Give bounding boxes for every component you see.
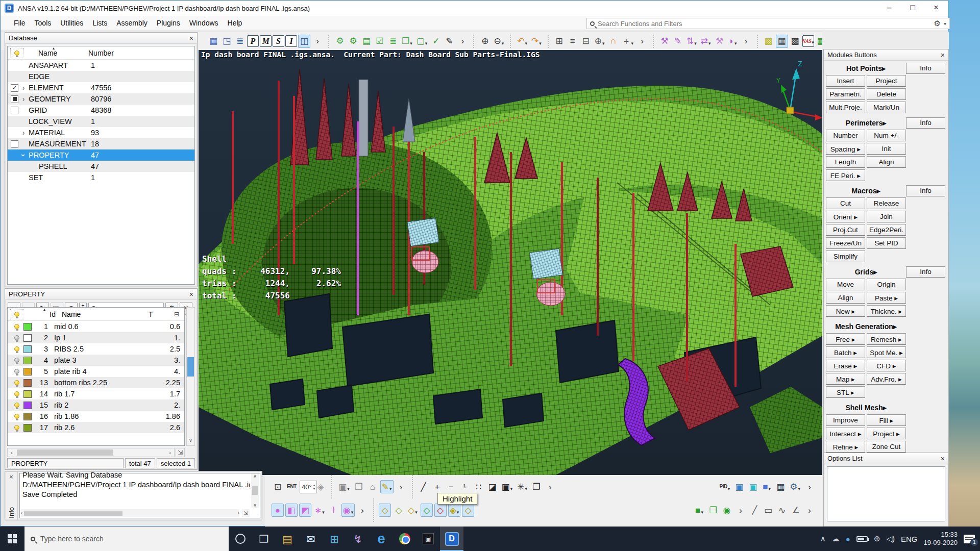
ent-select-icon[interactable]: ENT: [285, 480, 298, 493]
id-column-header[interactable]: Id: [37, 310, 56, 318]
property-row[interactable]: 15 rib 2 2.: [8, 399, 184, 411]
more-icon[interactable]: ›: [356, 504, 369, 517]
scrollbar-thumb[interactable]: [252, 486, 258, 495]
sync-icon[interactable]: ●: [846, 535, 850, 543]
module-button[interactable]: Spot Me. ▸: [867, 346, 906, 358]
menu-item[interactable]: Assembly: [112, 17, 152, 29]
section-title[interactable]: Macros▸: [826, 187, 906, 195]
visibility-bulb-icon[interactable]: [14, 414, 19, 419]
menu-item[interactable]: Plugins: [152, 17, 185, 29]
layers-icon[interactable]: ❐: [530, 480, 543, 493]
quad-nodes-icon[interactable]: ◇: [379, 504, 391, 517]
quad-green-icon[interactable]: ◇: [421, 504, 433, 517]
database-row[interactable]: LOCK_VIEW 1: [8, 116, 194, 127]
scrollbar-thumb[interactable]: [24, 511, 122, 516]
lightning-icon[interactable]: ↯: [346, 527, 370, 551]
module-button[interactable]: Simplify: [826, 251, 865, 262]
section-info-button[interactable]: Info: [906, 185, 945, 196]
module-button[interactable]: Intersect ▸: [826, 428, 865, 439]
module-button[interactable]: Join: [867, 211, 906, 222]
ansa-app-icon[interactable]: D: [440, 527, 463, 551]
module-button[interactable]: Length: [826, 156, 865, 168]
cube-green-icon[interactable]: ■: [693, 504, 705, 517]
maximize-button[interactable]: □: [901, 1, 924, 16]
expand-view-icon[interactable]: ⇲: [242, 509, 250, 517]
horizontal-scrollbar[interactable]: ‹›: [7, 448, 175, 457]
more-icon[interactable]: ›: [456, 35, 469, 48]
visibility-bulb-icon[interactable]: [14, 369, 19, 374]
section-title[interactable]: Hot Points▸: [826, 64, 906, 72]
start-button[interactable]: [0, 527, 24, 551]
expand-arrow-icon[interactable]: [18, 84, 29, 92]
notification-icon[interactable]: 1: [964, 535, 975, 543]
task-view-icon[interactable]: ❐: [252, 527, 276, 551]
file-explorer-icon[interactable]: ▤: [276, 527, 299, 551]
gear-icon[interactable]: ⚙: [934, 19, 941, 28]
module-button[interactable]: Parametri.: [826, 88, 865, 100]
database-row[interactable]: ELEMENT 47556: [8, 82, 194, 93]
module-button[interactable]: Mark/Un: [867, 102, 906, 113]
more-icon[interactable]: ›: [734, 504, 747, 517]
undo-icon[interactable]: ↶: [516, 35, 529, 48]
database-row[interactable]: MEASUREMENT 18: [8, 138, 194, 149]
chrome-icon[interactable]: [393, 527, 416, 551]
database-row[interactable]: MATERIAL 93: [8, 127, 194, 138]
module-button[interactable]: Adv.Fro. ▸: [867, 373, 906, 385]
menu-item[interactable]: Windows: [185, 17, 223, 29]
close-icon[interactable]: ×: [9, 473, 13, 481]
measure-line-icon[interactable]: ╱: [748, 504, 761, 517]
screen-cyan-icon[interactable]: ▣: [747, 480, 759, 493]
scroll-right-icon[interactable]: ›: [166, 449, 174, 456]
modules-panel-title[interactable]: Modules Buttons ×: [824, 49, 948, 61]
sections-letter-icon[interactable]: S: [273, 35, 284, 47]
mesh-dense-icon[interactable]: ▩: [789, 35, 801, 48]
plus-nodes-icon[interactable]: ∗: [313, 504, 326, 517]
frame-mode-icon[interactable]: ▣: [337, 480, 351, 493]
module-button[interactable]: Refine ▸: [826, 441, 865, 453]
module-button[interactable]: Move: [826, 279, 865, 290]
close-icon[interactable]: ×: [941, 51, 945, 59]
module-button[interactable]: FE Peri. ▸: [826, 169, 865, 181]
close-icon[interactable]: ×: [189, 34, 193, 42]
database-header[interactable]: Name ▴ Number: [8, 46, 194, 60]
menu-item[interactable]: Lists: [88, 17, 112, 29]
color-swatch[interactable]: [23, 323, 32, 331]
database-row[interactable]: EDGE: [8, 71, 194, 82]
clock[interactable]: 15:33 19-09-2020: [924, 531, 958, 547]
color-swatch[interactable]: [23, 368, 32, 375]
module-button[interactable]: Map ▸: [826, 373, 865, 385]
hammer-icon[interactable]: ⚒: [714, 35, 726, 48]
mesh-ball-icon[interactable]: ◉: [721, 504, 733, 517]
network-globe-icon[interactable]: ⊕: [874, 534, 880, 543]
module-button[interactable]: Proj.Cut: [826, 224, 865, 236]
move-target-icon[interactable]: ⊕: [593, 35, 606, 48]
vertical-scrollbar[interactable]: ∧∨: [251, 473, 259, 508]
prism-icon[interactable]: ◩: [299, 504, 311, 517]
menu-item[interactable]: Utilities: [56, 17, 88, 29]
module-button[interactable]: Project: [867, 75, 906, 87]
settings-table-icon[interactable]: ⚙: [334, 35, 346, 48]
property-panel-title[interactable]: PROPERTY ×: [5, 289, 197, 300]
property-header[interactable]: Id ▴ Name T ⊟: [8, 308, 184, 321]
section-info-button[interactable]: Info: [906, 266, 945, 278]
section-title[interactable]: Perimeters▸: [826, 119, 906, 127]
add-icon[interactable]: +: [431, 480, 444, 493]
property-row[interactable]: 1 mid 0.6 0.6: [8, 321, 184, 332]
more-icon[interactable]: ›: [803, 480, 816, 493]
module-button[interactable]: Set PID: [867, 237, 906, 249]
edge-icon[interactable]: e: [370, 527, 393, 551]
database-panel-title[interactable]: Database ×: [5, 33, 197, 44]
module-button[interactable]: Release: [867, 197, 906, 209]
quad-red-icon[interactable]: ◇: [434, 504, 447, 517]
function-search-input[interactable]: Search Functions and Filters ⚙ ▾: [586, 18, 950, 29]
box-select-icon[interactable]: ⊡: [272, 480, 284, 493]
database-row[interactable]: ANSAPART 1: [8, 60, 194, 71]
distribute-icon[interactable]: ⇅: [685, 35, 698, 48]
more-icon[interactable]: ›: [311, 35, 324, 48]
parts-letter-icon[interactable]: P: [247, 35, 259, 47]
ramp-icon[interactable]: ∠: [790, 504, 802, 517]
invert-icon[interactable]: !-: [459, 480, 471, 493]
polygon-icon[interactable]: ⌂: [366, 480, 379, 493]
taskbar-search-input[interactable]: Type here to search: [24, 527, 229, 551]
menu-item[interactable]: Tools: [30, 17, 56, 29]
